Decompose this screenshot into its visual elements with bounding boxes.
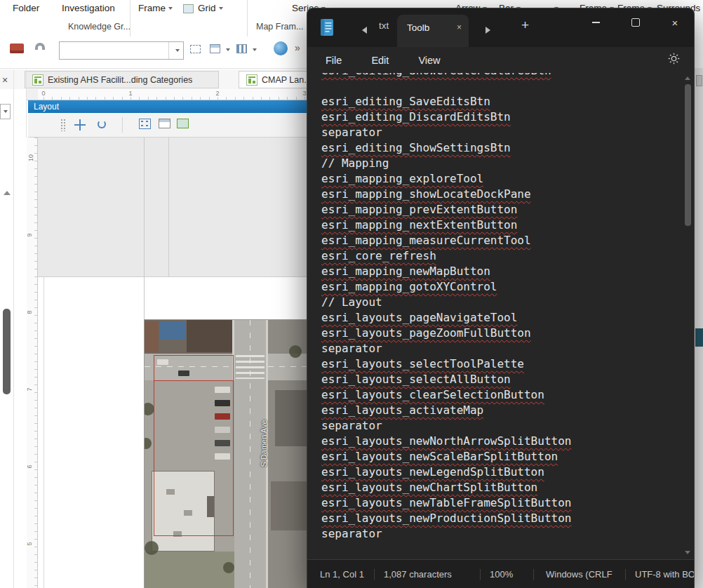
editor-line[interactable]: esri_editing_ShowCreateFeaturesBtn: [321, 73, 683, 79]
element-anchors-icon[interactable]: [139, 119, 151, 129]
chevron-down-icon[interactable]: [253, 48, 257, 51]
tab-toolb[interactable]: Toolb ×: [397, 15, 469, 47]
docked-pane-tab[interactable]: [695, 328, 703, 347]
status-character-count: 1,087 characters: [375, 569, 480, 580]
editor-line[interactable]: esri_layouts_newProductionSplitButton: [321, 511, 683, 526]
layout-pane-titlebar[interactable]: Layout: [28, 100, 307, 113]
editor-line[interactable]: esri_mapping_gotoXYControl: [321, 279, 683, 295]
editor-area[interactable]: esri_editing_ShowCreateFeaturesBtnesri_e…: [307, 73, 683, 559]
ribbon-item-investigation[interactable]: Investigation: [62, 3, 115, 13]
editor-line[interactable]: esri_core_refresh: [321, 248, 683, 264]
editor-line[interactable]: esri_layouts_newLegendSplitButton: [321, 465, 683, 480]
editor-line[interactable]: esri_layouts_activateMap: [321, 403, 683, 418]
columns-icon[interactable]: [236, 44, 247, 53]
scroll-up-icon[interactable]: [685, 76, 690, 80]
editor-line[interactable]: esri_mapping_exploreTool: [321, 171, 683, 187]
editor-line[interactable]: esri_editing_ShowSettingsBtn: [321, 140, 683, 156]
pane-edge-line: [26, 70, 27, 138]
settings-button[interactable]: [668, 53, 680, 67]
refresh-icon[interactable]: [95, 118, 108, 131]
editor-token: esri_mapping_gotoXYControl: [321, 280, 497, 293]
docked-pane-tab[interactable]: [696, 75, 702, 86]
overflow-chevron-icon[interactable]: »: [295, 42, 300, 53]
picture-frame-icon[interactable]: [177, 119, 189, 128]
menu-view[interactable]: View: [413, 52, 446, 69]
editor-line[interactable]: esri_layouts_selectToolPalette: [321, 356, 683, 372]
editor-token: esri_layouts_newTableFrameSplitButton: [321, 496, 571, 509]
status-line-endings[interactable]: Windows (CRLF: [534, 569, 625, 580]
snapping-magnet-icon[interactable]: [35, 43, 45, 50]
map-tree: [289, 345, 302, 358]
editor-line[interactable]: esri_mapping_showLocateDockPane: [321, 187, 683, 202]
editor-line[interactable]: esri_layouts_selectAllButton: [321, 372, 683, 387]
editor-scrollbar[interactable]: [682, 73, 694, 559]
toolbar-separator: [122, 117, 123, 133]
select-elements-icon[interactable]: [190, 45, 201, 53]
menu-edit[interactable]: Edit: [366, 52, 394, 69]
desktop: Folder Investigation Frame Grid Series A…: [0, 0, 703, 588]
editor-line[interactable]: separator: [321, 125, 683, 140]
canvas-background: [38, 138, 307, 277]
editor-line[interactable]: esri_mapping_newMapButton: [321, 264, 683, 279]
toolbox-icon[interactable]: [10, 44, 24, 53]
left-scrollbar-thumb[interactable]: [3, 309, 11, 394]
editor-line[interactable]: separator: [321, 526, 683, 542]
menu-file[interactable]: File: [320, 52, 347, 69]
editor-line[interactable]: // Mapping: [321, 156, 683, 171]
status-zoom-level[interactable]: 100%: [481, 569, 533, 580]
maximize-button[interactable]: [616, 8, 655, 36]
clipped-combobox[interactable]: [0, 104, 11, 119]
tab-scroll-right-icon[interactable]: [486, 24, 490, 36]
toolbar-grip-handle[interactable]: [60, 119, 65, 131]
notepad-window: txt Toolb × + × File Edit View: [307, 8, 695, 588]
editor-line[interactable]: esri_layouts_newTableFrameSplitButton: [321, 495, 683, 511]
editor-line[interactable]: esri_layouts_clearSelectionButton: [321, 387, 683, 403]
tab-partial[interactable]: txt: [379, 20, 389, 31]
dropdown-caret-icon: [219, 7, 223, 10]
grid-options-icon[interactable]: [210, 44, 220, 53]
chevron-up-icon[interactable]: [4, 191, 11, 195]
tab-close-icon[interactable]: ×: [457, 22, 462, 32]
editor-line[interactable]: [321, 79, 683, 94]
toolbar-combobox[interactable]: [59, 41, 184, 60]
editor-token: esri_core_refresh: [321, 249, 436, 262]
editor-line[interactable]: esri_editing_SaveEditsBtn: [321, 94, 683, 109]
scrollbar-thumb[interactable]: [685, 84, 691, 226]
ribbon-item-grid[interactable]: Grid: [198, 3, 223, 13]
editor-line[interactable]: esri_layouts_pageNavigateTool: [321, 310, 683, 326]
editor-token: separator: [321, 419, 382, 432]
editor-line[interactable]: esri_layouts_newChartSplitButton: [321, 480, 683, 495]
map-frame[interactable]: S Damen Ave: [144, 319, 307, 588]
notepad-titlebar[interactable]: txt Toolb × + ×: [307, 8, 694, 47]
editor-line[interactable]: esri_mapping_nextExtentButton: [321, 218, 683, 233]
editor-line[interactable]: esri_layouts_newNorthArrowSplitButton: [321, 434, 683, 449]
map-building: [275, 390, 307, 446]
scroll-down-icon[interactable]: [685, 551, 690, 554]
editor-token: separator: [321, 527, 382, 540]
editor-line[interactable]: esri_editing_DiscardEditsBtn: [321, 109, 683, 125]
view-tab-existing-ahs[interactable]: Existing AHS Facilit...ding Categories: [25, 71, 219, 88]
guide-line: [144, 138, 145, 319]
editor-line[interactable]: esri_layouts_newScaleBarSplitButton: [321, 449, 683, 465]
ribbon-item-frame-1[interactable]: Frame: [138, 3, 173, 13]
close-button[interactable]: ×: [655, 8, 695, 36]
status-encoding[interactable]: UTF-8 with BO: [626, 569, 694, 580]
tab-scroll-left-icon[interactable]: [362, 24, 367, 36]
editor-line[interactable]: separator: [321, 418, 683, 434]
table-frame-icon[interactable]: [159, 119, 170, 128]
chevron-down-icon[interactable]: [226, 48, 230, 51]
ribbon-item-folder[interactable]: Folder: [13, 3, 39, 13]
globe-icon[interactable]: [274, 41, 288, 55]
layout-canvas[interactable]: S Damen Ave: [38, 138, 307, 588]
editor-line[interactable]: esri_mapping_measureCurrentTool: [321, 233, 683, 248]
ruler-ticks: [43, 97, 307, 100]
editor-line[interactable]: esri_layouts_pageZoomFullButton: [321, 326, 683, 341]
editor-line[interactable]: // Layout: [321, 295, 683, 310]
editor-line[interactable]: separator: [321, 341, 683, 356]
pan-tool-icon[interactable]: [73, 118, 87, 132]
minimize-button[interactable]: [576, 8, 615, 36]
editor-line[interactable]: esri_mapping_prevExtentButton: [321, 202, 683, 218]
combobox-dropdown[interactable]: [168, 42, 183, 59]
pane-close-icon[interactable]: ×: [2, 74, 8, 86]
new-tab-button[interactable]: +: [521, 18, 529, 33]
